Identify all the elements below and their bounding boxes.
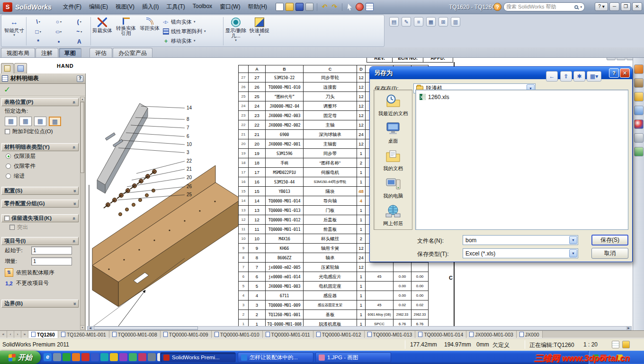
filetype-combo[interactable]: Excel (*.xls) ▼ xyxy=(463,248,578,258)
format-painter-icon[interactable]: ▤ xyxy=(389,17,399,27)
radio-仅限顶层[interactable]: 仅限顶层 xyxy=(1,151,79,161)
menu-item-Toolbox[interactable]: Toolbox xyxy=(189,1,216,12)
panel-scroll-thumb[interactable] xyxy=(80,102,84,173)
anchor-top-left-button[interactable]: ▦ xyxy=(5,117,17,126)
strikeout-row[interactable]: 突出 xyxy=(1,222,79,231)
view-menu-button[interactable]: ▦▾ xyxy=(587,71,601,82)
quick-launch-icon-7[interactable] xyxy=(100,353,108,361)
place-我的电脑[interactable]: 我的电脑 xyxy=(376,176,411,201)
quick-launch-icon-3[interactable] xyxy=(63,353,71,361)
text-tool[interactable]: A xyxy=(69,37,89,47)
strikeout-checkbox[interactable] xyxy=(9,225,15,230)
scroll-left-icon[interactable]: ◀ xyxy=(88,327,93,330)
sheet-tab-TQ1260-M01-001[interactable]: TQ1260-M01-001 xyxy=(58,331,109,338)
ribbon-button-剪裁实体[interactable]: 剪裁实体 xyxy=(91,16,113,46)
ribbon-button-显示/删除几...[interactable]: 显示/删除几...▾ xyxy=(225,16,247,46)
filename-input[interactable]: bom ▼ xyxy=(463,235,578,245)
menu-item-文件(F)[interactable]: 文件(F) xyxy=(59,1,85,12)
sheet-tab-TQ0000-M01-008[interactable]: TQ0000-M01-008 xyxy=(109,331,161,338)
menu-item-编辑(E)[interactable]: 编辑(E) xyxy=(85,1,112,12)
line-format-icon[interactable]: ≡ xyxy=(414,17,423,27)
minimize-button[interactable]: ─ xyxy=(609,2,619,11)
ribbon-button-移动实体[interactable]: +移动实体▾ xyxy=(161,36,222,46)
menu-item-插入(I)[interactable]: 插入(I) xyxy=(138,1,162,12)
prev-sheet-icon[interactable]: ‹ xyxy=(7,331,14,338)
ellipse-tool[interactable]: ○▾ xyxy=(48,27,69,36)
circle-tool[interactable]: ○▾ xyxy=(48,17,69,27)
sheet-tab-JX0000-M01-003[interactable]: JX0000-M01-003 xyxy=(466,331,517,338)
scroll-right-icon[interactable]: ▶ xyxy=(626,327,631,330)
attach-anchor-checkbox[interactable] xyxy=(5,129,10,134)
ok-check-icon[interactable]: ✓ xyxy=(4,85,10,95)
sheet-tab-TQ0000-M01-013[interactable]: TQ0000-M01-013 xyxy=(365,331,416,338)
dialog-close-button[interactable]: ✕ xyxy=(620,68,630,78)
search-caret-icon[interactable]: ▾ xyxy=(580,5,582,9)
file-1260.xls[interactable]: X1260.xls xyxy=(420,93,624,101)
table-icon[interactable]: ⊞ xyxy=(438,17,448,27)
tab-评估[interactable]: 评估 xyxy=(89,48,112,57)
ribbon-button-线性草图阵列[interactable]: 线性草图阵列▾ xyxy=(161,27,222,36)
save-button[interactable]: 保存(S) xyxy=(591,235,628,246)
sheet-tab-TQ0000-M01-010[interactable]: TQ0000-M01-010 xyxy=(212,331,263,338)
help-ball-icon[interactable]: ? xyxy=(493,3,501,11)
ribbon-button-快速捕捉[interactable]: 快速捕捉▾ xyxy=(249,16,270,46)
place-我最近的文档[interactable]: 我最近的文档 xyxy=(376,94,411,118)
menu-item-帮助(H)[interactable]: 帮助(H) xyxy=(244,1,271,12)
options-icon[interactable] xyxy=(366,3,374,11)
section-part-grouping[interactable]: 零件配置分组(G)« xyxy=(1,200,79,208)
maximize-button[interactable]: ❐ xyxy=(621,2,631,11)
rebuild-icon[interactable] xyxy=(356,3,364,11)
radio-缩进[interactable]: 缩进 xyxy=(1,171,79,181)
sheet-tab-JX000[interactable]: JX000 xyxy=(517,331,543,338)
quick-launch-icon-8[interactable] xyxy=(110,353,118,361)
section-keep-missing[interactable]: 保留遗失项目(K)« xyxy=(1,214,79,222)
quick-launch-icon-11[interactable] xyxy=(138,353,146,361)
view-palette-icon[interactable] xyxy=(634,106,644,115)
place-桌面[interactable]: 桌面 xyxy=(376,121,411,146)
propertymanager-tab[interactable] xyxy=(1,63,14,73)
configuration-tab[interactable] xyxy=(14,63,27,73)
start-button[interactable]: 开始 xyxy=(0,351,41,364)
quick-launch-icon-2[interactable] xyxy=(53,353,61,361)
quick-launch-icon-12[interactable] xyxy=(148,353,156,361)
cancel-button[interactable]: 取消 xyxy=(591,248,628,259)
rectangle-tool[interactable]: □▾ xyxy=(28,27,48,36)
tab-草图[interactable]: 草图 xyxy=(59,48,81,57)
sheet-tab-TQ0000-M01-012[interactable]: TQ0000-M01-012 xyxy=(313,331,365,338)
no-change-row[interactable]: 1,2 不更改项目号 xyxy=(1,278,79,288)
ribbon-button-转换实体引用[interactable]: 转换实体引用 xyxy=(115,16,137,46)
redo-icon[interactable]: ↷ xyxy=(331,3,339,11)
horizontal-scrollbar[interactable]: ◀ ▶ xyxy=(87,326,632,330)
up-one-level-button[interactable]: ⇧ xyxy=(560,71,572,82)
close-button[interactable]: ✕ xyxy=(632,2,642,11)
section-configurations[interactable]: 配置(S)« xyxy=(1,187,79,195)
last-sheet-icon[interactable]: » xyxy=(21,331,28,338)
section-border[interactable]: 边界(B)« xyxy=(1,300,79,308)
save-icon[interactable] xyxy=(295,3,304,11)
appearances-icon[interactable] xyxy=(634,119,644,129)
search-input[interactable]: 搜索 SolidWorks 帮助 ▾ xyxy=(503,2,585,11)
design-library-icon[interactable] xyxy=(634,78,644,88)
polygon-tool[interactable]: * xyxy=(28,37,48,47)
grid-status-icon[interactable] xyxy=(612,341,619,348)
place-我的文档[interactable]: 我的文档 xyxy=(376,149,411,173)
line-tool[interactable]: \▾ xyxy=(28,17,48,27)
grid-icon[interactable]: ▦ xyxy=(426,17,436,27)
tab-视图布局[interactable]: 视图布局 xyxy=(1,48,35,57)
taskbar-task-怎样让装配体中的...[interactable]: 怎样让装配体中的... xyxy=(238,352,313,363)
menu-item-窗口(W)[interactable]: 窗口(W) xyxy=(216,1,244,12)
scroll-down-icon[interactable]: ▼ xyxy=(80,325,84,329)
attach-anchor-row[interactable]: 附加到定位点(O) xyxy=(1,127,79,136)
section-table-position[interactable]: 表格位置(P)« xyxy=(1,98,79,106)
menu-item-视图(V)[interactable]: 视图(V) xyxy=(112,1,138,12)
quick-launch-icon-9[interactable] xyxy=(119,353,127,361)
panel-scrollbar[interactable]: ▲ ▼ xyxy=(80,97,85,330)
follow-assembly-row[interactable]: ⇅ 依照装配体顺序 xyxy=(1,267,79,278)
ribbon-button-镜向实体[interactable]: ◁▷镜向实体▾ xyxy=(161,17,222,27)
search-icon[interactable] xyxy=(574,5,578,9)
arc-tool[interactable]: (▾ xyxy=(69,17,89,27)
follow-assembly-order-icon[interactable]: ⇅ xyxy=(5,268,13,277)
radio-仅限零件[interactable]: 仅限零件 xyxy=(1,161,79,171)
increment-input[interactable]: 1 xyxy=(31,257,72,265)
taskbar-task-1.JPG - 画图[interactable]: 1.JPG - 画图 xyxy=(315,352,391,363)
